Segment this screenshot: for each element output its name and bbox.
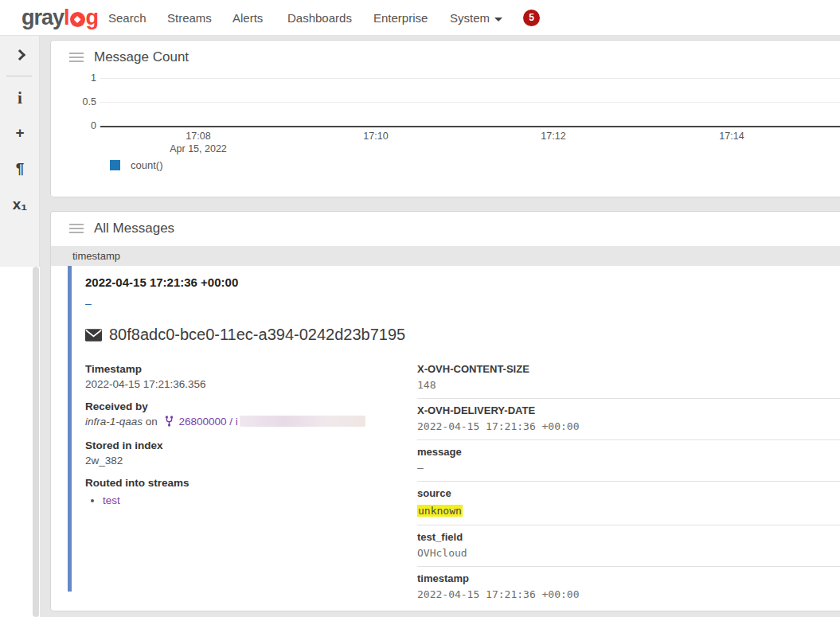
message-row-timestamp[interactable]: 2022-04-15 17:21:36 +00:00 — [85, 275, 840, 289]
nav-item-dashboards[interactable]: Dashboards — [287, 0, 352, 36]
field-value: 148 — [417, 379, 840, 391]
nav-item-streams[interactable]: Streams — [167, 0, 212, 36]
top-navbar: graylg Search Streams Alerts Dashboards … — [0, 0, 840, 36]
column-header-timestamp[interactable]: timestamp — [51, 246, 120, 266]
field-name[interactable]: X-OVH-CONTENT-SIZE — [417, 363, 840, 375]
field-row: X-OVH-CONTENT-SIZE 148 — [417, 363, 840, 399]
gridline-y1 — [100, 78, 840, 79]
node-name: infra-1-qaas — [85, 416, 143, 428]
all-messages-widget: All Messages timestamp 2022-04-15 17:21:… — [50, 211, 840, 611]
redacted-input-name — [240, 416, 365, 427]
meta-label-routed-streams: Routed into streams — [85, 477, 417, 489]
sidebar-icon-panel: i + ¶ x₁ — [0, 36, 40, 267]
nav-dropdown-system[interactable]: System — [450, 0, 502, 36]
meta-value-timestamp: 2022-04-15 17:21:36.356 — [85, 378, 417, 390]
expand-sidebar-button[interactable] — [0, 45, 40, 63]
gridline-y05 — [100, 102, 840, 103]
stream-list-item: test — [103, 494, 417, 506]
legend-label-count[interactable]: count() — [131, 159, 162, 171]
logo-text-gray: gray — [21, 6, 64, 30]
message-meta-column: Timestamp 2022-04-15 17:21:36.356 Receiv… — [85, 363, 417, 607]
on-word: on — [146, 416, 158, 428]
y-tick-0: 0 — [51, 120, 96, 131]
x-tick-1714: 17:14 — [708, 131, 756, 142]
meta-label-stored-index: Stored in index — [85, 439, 417, 451]
legend-swatch-count[interactable] — [110, 160, 120, 170]
nav-item-search[interactable]: Search — [108, 0, 147, 36]
widget-title: Message Count — [94, 49, 189, 65]
stream-list: test — [85, 494, 417, 506]
graylog-logo[interactable]: graylg — [21, 6, 98, 30]
nav-item-enterprise[interactable]: Enterprise — [373, 0, 428, 36]
system-label: System — [450, 11, 490, 25]
x-axis-date-label: Apr 15, 2022 — [160, 143, 236, 154]
field-name[interactable]: timestamp — [417, 572, 840, 584]
envelope-icon — [85, 329, 102, 342]
message-table-header: timestamp — [51, 246, 840, 266]
chevron-right-icon — [14, 49, 25, 61]
message-id: 80f8adc0-bce0-11ec-a394-0242d23b7195 — [109, 326, 405, 344]
meta-value-received-by: infra-1-qaas on 26800000 / i — [85, 416, 417, 429]
field-value-highlighted: unknown — [417, 505, 463, 517]
x-tick-1710: 17:10 — [352, 131, 400, 142]
x-tick-1712: 17:12 — [529, 131, 577, 142]
nav-item-alerts[interactable]: Alerts — [232, 0, 263, 36]
x-tick-1708: 17:08 — [174, 131, 222, 142]
y-tick-05: 0.5 — [51, 96, 96, 107]
y-tick-1: 1 — [51, 72, 96, 84]
field-row: timestamp 2022-04-15 17:21:36 +00:00 — [417, 567, 840, 607]
fields-x1-icon[interactable]: x₁ — [0, 196, 40, 213]
dashboard-content: Message Count 1 0.5 0 17:08 17:10 17:12 … — [40, 36, 840, 617]
field-value: OVHcloud — [417, 547, 840, 559]
input-link[interactable]: 26800000 / i — [178, 416, 237, 428]
meta-label-received-by: Received by — [85, 400, 417, 412]
meta-label-timestamp: Timestamp — [85, 363, 417, 375]
field-name[interactable]: test_field — [417, 531, 840, 543]
message-row[interactable]: 2022-04-15 17:21:36 +00:00 – 80f8adc0-bc… — [68, 266, 840, 592]
field-row: message – — [417, 440, 840, 482]
widget-title: All Messages — [94, 221, 174, 236]
stream-link-test[interactable]: test — [103, 494, 120, 506]
field-row: source unknown — [417, 482, 840, 525]
create-plus-icon[interactable]: + — [0, 124, 40, 142]
scrollbar-track[interactable] — [33, 267, 39, 617]
sidebar-divider — [6, 76, 32, 76]
notification-badge[interactable]: 5 — [523, 10, 540, 26]
message-summary-link[interactable]: – — [85, 297, 840, 310]
field-name[interactable]: source — [417, 487, 840, 499]
x-axis-line — [100, 126, 840, 127]
field-row: X-OVH-DELIVERY-DATE 2022-04-15 17:21:36 … — [417, 399, 840, 440]
field-name[interactable]: X-OVH-DELIVERY-DATE — [417, 404, 840, 416]
code-fork-icon — [165, 416, 174, 429]
logo-compass-icon — [70, 12, 85, 27]
field-name[interactable]: message — [417, 446, 840, 458]
field-value: – — [417, 462, 840, 474]
logo-text-g: g — [86, 6, 99, 30]
chevron-down-icon — [494, 18, 502, 21]
widget-drag-handle-icon[interactable] — [69, 224, 84, 233]
pilcrow-icon[interactable]: ¶ — [0, 160, 40, 178]
message-count-widget: Message Count 1 0.5 0 17:08 17:10 17:12 … — [50, 40, 840, 197]
field-row: test_field OVHcloud — [417, 525, 840, 567]
logo-text-l: l — [64, 6, 69, 30]
search-sidebar-collapsed: i + ¶ x₁ — [0, 36, 40, 617]
field-value: 2022-04-15 17:21:36 +00:00 — [417, 420, 840, 432]
info-icon[interactable]: i — [0, 88, 40, 108]
meta-value-stored-index: 2w_382 — [85, 455, 417, 467]
field-value: 2022-04-15 17:21:36 +00:00 — [417, 588, 840, 600]
widget-drag-handle-icon[interactable] — [69, 53, 84, 62]
message-fields-column: X-OVH-CONTENT-SIZE 148 X-OVH-DELIVERY-DA… — [417, 363, 840, 607]
